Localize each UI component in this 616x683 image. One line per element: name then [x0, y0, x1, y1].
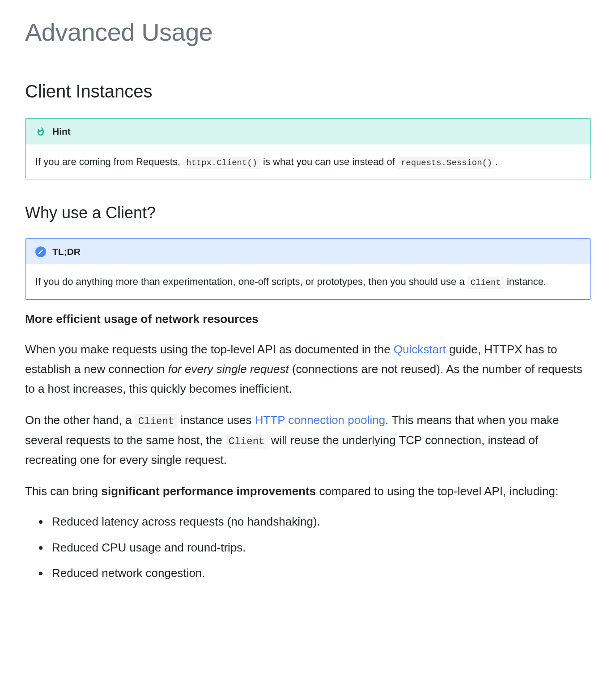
body-text: On the other hand, a [25, 413, 135, 427]
code-requests-session: requests.Session() [398, 157, 495, 169]
code-client-inline: Client [135, 414, 178, 428]
subheading-efficient-usage: More efficient usage of network resource… [25, 310, 591, 328]
pencil-icon [35, 246, 46, 257]
page-title: Advanced Usage [25, 13, 591, 51]
hint-text: . [495, 156, 498, 167]
flame-icon [35, 126, 46, 137]
emphasis-text: for every single request [168, 362, 289, 376]
paragraph-quickstart: When you make requests using the top-lev… [25, 339, 591, 399]
list-item: Reduced network congestion. [49, 564, 591, 583]
section-heading-why-use-client: Why use a Client? [25, 201, 591, 225]
code-httpx-client: httpx.Client() [183, 157, 260, 169]
section-heading-client-instances: Client Instances [25, 78, 591, 105]
tldr-title-bar: TL;DR [25, 239, 591, 265]
paragraph-pooling: On the other hand, a Client instance use… [25, 410, 591, 470]
hint-admonition: Hint If you are coming from Requests, ht… [25, 118, 591, 179]
tldr-admonition: TL;DR If you do anything more than exper… [25, 238, 591, 300]
tldr-text: instance. [504, 276, 546, 287]
list-item: Reduced CPU usage and round-trips. [49, 539, 591, 557]
tldr-body: If you do anything more than experimenta… [25, 264, 591, 299]
benefits-list: Reduced latency across requests (no hand… [25, 513, 591, 583]
list-item: Reduced latency across requests (no hand… [49, 513, 591, 531]
link-connection-pooling[interactable]: HTTP connection pooling [255, 413, 385, 427]
body-text: This can bring [25, 484, 102, 498]
hint-title-bar: Hint [25, 119, 591, 144]
link-quickstart[interactable]: Quickstart [394, 343, 446, 356]
hint-label: Hint [52, 124, 71, 139]
hint-text: If you are coming from Requests, [35, 156, 183, 167]
code-client-inline-2: Client [225, 434, 268, 449]
strong-text: significant performance improvements [102, 484, 316, 498]
hint-body: If you are coming from Requests, httpx.C… [25, 144, 591, 179]
body-text: compared to using the top-level API, inc… [316, 484, 558, 498]
body-text: instance uses [177, 413, 255, 427]
paragraph-performance: This can bring significant performance i… [25, 481, 591, 501]
hint-text: is what you can use instead of [260, 156, 398, 167]
tldr-label: TL;DR [52, 245, 81, 259]
body-text: When you make requests using the top-lev… [25, 343, 394, 356]
code-client: Client [467, 276, 504, 289]
tldr-text: If you do anything more than experimenta… [35, 276, 467, 287]
